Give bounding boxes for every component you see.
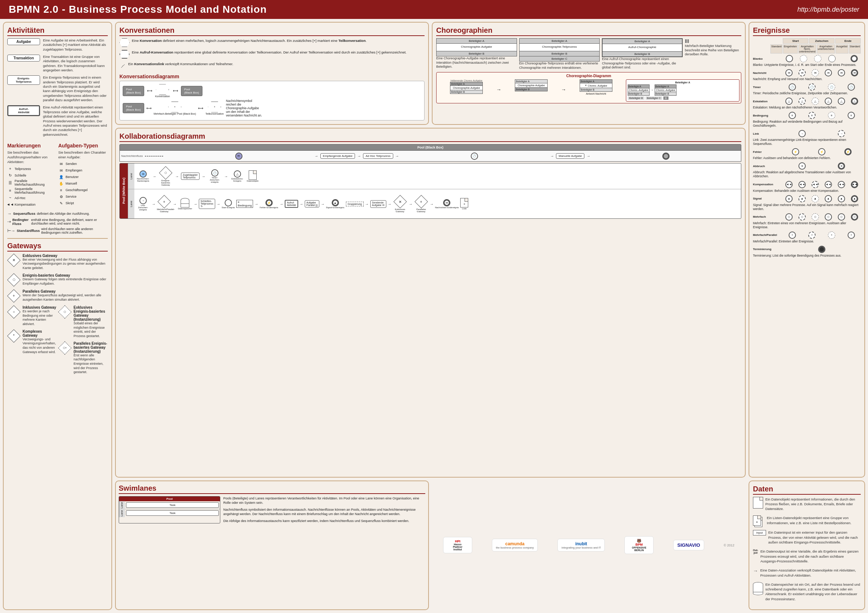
sub-ausgeloest: Ausgelöst: [835, 45, 848, 54]
swimlane-lane-2-content: Task: [125, 509, 220, 517]
choreo-diag-arrow-1: →: [496, 79, 501, 93]
daten-assoziation-desc: Eine Daten-Assoziation verknüpft Datenob…: [760, 568, 861, 578]
service-icon: ⚙: [58, 193, 64, 200]
inklusives-gateway-shape: ○: [7, 305, 20, 319]
sub-standard: Standard: [770, 45, 782, 54]
eskalation-an: △: [825, 98, 832, 105]
choreographien-section: Choreographien Beteiligter A Choreograph…: [432, 22, 746, 125]
daten-assoziation-item: → Eine Daten-Assoziation verknüpft Daten…: [753, 568, 861, 579]
mehr-start: ◇: [785, 213, 793, 221]
terminierung-end: [818, 246, 825, 253]
blanko-zwischen-ein: [800, 55, 807, 62]
blanko-row: Blanko Blanko: Untypierte Ereignisse, i.…: [753, 55, 861, 67]
choreo-sub-box: Beteiligter A Beteiligte A Choreo.-Aufga…: [626, 79, 739, 102]
komp-zwischen: ◄◄: [798, 181, 806, 188]
main-content: Aktivitäten Aufgabe Eine Aufgabe ist ein…: [0, 19, 868, 613]
mark-schleife: ↻ Schleife: [7, 173, 57, 178]
link-circles: Link → →: [753, 130, 861, 137]
bedingung-an: ≡: [848, 112, 855, 119]
signal-zwischen: ▲: [798, 195, 806, 203]
typ-service: ⚙ Service: [58, 193, 108, 200]
mehr-zwischen: ◇: [798, 213, 806, 221]
lane-2-label: Lane: [128, 189, 134, 218]
kompensation-circles: Kompensation ◄◄ ◄◄ ◄◄ ◄◄ ◄◄ ◄◄: [753, 181, 861, 188]
transaktion-row: Transaktion Eine Transaktion ist eine Gr…: [7, 54, 108, 73]
choreographien-title: Choreographien: [436, 26, 741, 36]
listen-datenobjekt-desc: Ein Listen-Datenobjekt repräsentiert ein…: [767, 515, 861, 525]
bedingung-nicht: ≡: [828, 112, 835, 119]
eskalation-row: Eskalation △ △ △ △ △ △ Eskalation: Meldu…: [753, 98, 861, 110]
liste-shape: ≡: [460, 198, 468, 207]
typ-manuell: ✋ Manuell: [58, 181, 108, 186]
mparallel-label: Mehrfach/Parallel: [753, 233, 782, 237]
gruppierung-wrap: Gruppierung: [346, 202, 364, 206]
signal-nicht: ▲: [812, 195, 819, 203]
markierungen-aufgaben-container: Markierungen Sie beschreiben das Ausführ…: [7, 140, 108, 208]
end-ereignis-bb: [662, 153, 670, 160]
sendende-aufgabe-wrap: SendendeAufgabe ✉: [370, 200, 386, 208]
komp-nicht: ◄◄: [812, 181, 819, 188]
swimlanes-content: Pool Lane Task Lane Task Pools (Beteilig…: [119, 496, 425, 523]
choreo-diag-1: Initiierende Choreo-Aufgabe Beteiligter …: [438, 79, 495, 94]
aufgabe-row: Aufgabe Eine Aufgabe ist eine Arbeitsein…: [7, 38, 108, 52]
timer-zwischen-wrap: 🕐 Timer-Zwischen-ereignis: [208, 169, 222, 183]
konv-arrow-2: ⟷: [173, 89, 178, 93]
eskalation-aus: △: [838, 98, 845, 105]
swimlane-pool: Pool Lane Task Lane Task: [119, 496, 220, 523]
blanko-desc: Blanko: Untypierte Ereignisse, i. d. R. …: [753, 63, 861, 67]
exklusives-gateway: ✕ Exklusives Gateway Bei einer Verzweigu…: [7, 254, 108, 271]
transaktion-box: Transaktion: [7, 54, 40, 62]
mehr-nicht: ◇: [812, 213, 819, 221]
daten-section: Daten Ein Datenobjekt repräsentiert Info…: [749, 480, 865, 610]
paralleles-gateway-shape: +: [7, 289, 20, 302]
timer-row: Timer 🕐 🕐 🕐 🕐 Timer: Periodische zeitlic…: [753, 84, 861, 95]
eskalation-circles: Eskalation △ △ △ △ △ △: [753, 98, 861, 105]
ereignisse-section: Ereignisse Start Zwischen Ende Standard …: [749, 22, 865, 478]
teilprozess-icon: +: [7, 166, 13, 172]
choreo-diag-3-box: Beteiligter A ✕ Choreo.-Aufgabe Beteilig…: [580, 79, 612, 92]
choreo-sub-participants: Beteiligter B Beteiligter C III: [628, 96, 738, 100]
mehrfach-parallel-gw-wrap: + Mehrfach/Parallel-Gateway: [157, 195, 172, 212]
choreo-box-3: Beteiligter A Aufruf-Choreographie Betei…: [602, 38, 683, 70]
link-zwischen-wrap: → Link-Zwischen-ereignis: [136, 197, 150, 211]
choreographie-diagramm-title: Choreographie-Diagramm: [438, 74, 739, 78]
aufruf-akt-box: Aufruf-Aktivität: [285, 200, 298, 208]
fehler-end-wrap: ⚡ Fehler-Endereignis: [260, 199, 278, 209]
dateneingabe-icon: Input: [753, 530, 766, 536]
blanko-start: [786, 55, 793, 62]
link-label: Link: [753, 132, 782, 135]
konversation-hex-shape: [156, 84, 169, 95]
aufgaben-typen-title: Aufgaben-Typen: [58, 143, 108, 149]
paralleles-gateway: + Paralleles Gateway Wenn der Sequenzflu…: [7, 289, 108, 302]
nachricht-zwischen-an: ✉: [825, 69, 832, 76]
nachricht-zwischen-an-nicht: ✉: [812, 69, 819, 76]
signal-start: ▲: [785, 195, 793, 203]
datenspeicher-daten-desc: Ein Datenspeicher ist ein Ort, auf den d…: [765, 582, 861, 601]
choreo-diag-arrow-2: →: [561, 79, 566, 93]
aufruf-aktivitaet-row: Aufruf-Aktivität Eine Aufruf-Aktivität r…: [7, 105, 108, 136]
mehrfach-pool: + Mehrfach-Beteiligter Pool (Black Box): [153, 102, 196, 115]
nachricht-desc: Nachricht: Empfang und Versand von Nachr…: [753, 77, 861, 81]
datenspeicher-wrap: Datenspeicher: [178, 198, 192, 210]
datenspeicher-shape: [181, 198, 189, 204]
aktivitaeten-section: Aktivitäten Aufgabe Eine Aufgabe ist ein…: [3, 22, 112, 610]
datenausgabe-icon: Out- put: [753, 549, 758, 554]
blanko-ende: [851, 55, 858, 62]
eskalation-label: Eskalation: [753, 100, 782, 103]
kompensation-desc: Kompensation: Behandeln oder Auslösen ei…: [753, 189, 861, 193]
nachrichten-end-shape: ✉: [443, 199, 450, 206]
pool-white-box: Pool (White Box) Lane ✉ Nachrichten-Star…: [119, 163, 741, 219]
abbruch-label: Abbruch: [753, 164, 782, 168]
ereignisse-col-zwischen: Zwischen: [809, 38, 834, 44]
timer-circles: Timer 🕐 🕐 🕐 🕐: [753, 84, 861, 91]
mparallel-desc: Mehrfach/Parallel: Eintreten aller Ereig…: [753, 240, 861, 243]
konv-arrow-4: ⟷: [198, 106, 203, 110]
lane-2-content: → Link-Zwischen-ereignis → + Mehrfach/Pa…: [134, 189, 741, 218]
nachricht-ausgeloest: ✉: [838, 69, 845, 76]
aufruf-akt-wrap: Aufruf-Aktivität: [285, 200, 298, 208]
sendende-aufgabe-box: SendendeAufgabe ✉: [370, 200, 386, 208]
choreo-boxes-row: Beteiligter A Choreographie-Aufgabe Bete…: [436, 38, 741, 70]
datenobjekt-item: Ein Datenobjekt repräsentiert Informatio…: [753, 497, 861, 513]
swimlane-lane-1-content: Task: [125, 501, 220, 509]
nachricht-ende: ✉: [851, 69, 858, 76]
